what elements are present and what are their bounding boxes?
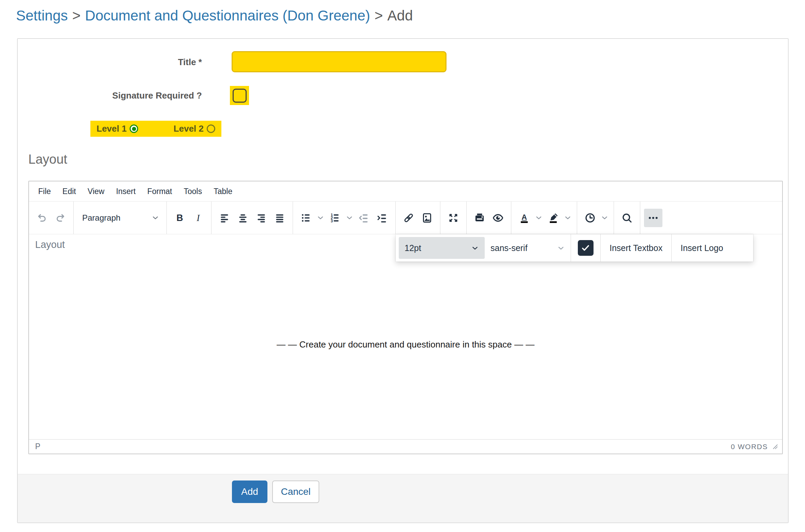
- breadcrumb-separator: >: [72, 8, 81, 24]
- level-2-option[interactable]: Level 2: [174, 123, 215, 134]
- signature-required-label: Signature Required ?: [18, 90, 202, 101]
- title-label: Title *: [18, 57, 202, 68]
- level-1-option[interactable]: Level 1: [97, 123, 138, 134]
- font-family-select[interactable]: sans-serif: [485, 237, 571, 259]
- editor-toolbar: ParagraphBI123A: [29, 201, 782, 234]
- toolbar-group: [396, 202, 440, 234]
- undo-button: [33, 209, 51, 227]
- level-2-radio[interactable]: [207, 124, 215, 133]
- more-button[interactable]: [644, 209, 662, 227]
- bold-button[interactable]: B: [171, 209, 189, 227]
- link-icon: [403, 212, 414, 224]
- italic-icon: I: [192, 212, 204, 224]
- search-button[interactable]: [618, 209, 636, 227]
- numbered-list-icon: 123: [329, 212, 341, 224]
- menu-tools[interactable]: Tools: [178, 186, 208, 197]
- align-justify-icon: [274, 212, 286, 224]
- numbered-list-button[interactable]: 123: [326, 209, 344, 227]
- chevron-down-icon: [471, 244, 479, 252]
- text-color-button[interactable]: A: [515, 209, 533, 227]
- add-document-form-card: Title * Signature Required ? Level 1 Lev…: [17, 38, 789, 523]
- word-count: 0 WORDS: [731, 443, 768, 451]
- svg-text:B: B: [176, 212, 183, 223]
- text-color-chevron[interactable]: [533, 209, 544, 227]
- menu-file[interactable]: File: [32, 186, 57, 197]
- menu-table[interactable]: Table: [208, 186, 238, 197]
- svg-text:I: I: [196, 212, 201, 223]
- insert-logo-button[interactable]: Insert Logo: [672, 237, 732, 259]
- bullet-list-button[interactable]: [297, 209, 315, 227]
- breadcrumb-link-documents[interactable]: Document and Questionnaires (Don Greene): [85, 8, 370, 24]
- add-button[interactable]: Add: [232, 481, 267, 503]
- rich-text-editor: FileEditViewInsertFormatToolsTable Parag…: [28, 181, 783, 454]
- align-center-button[interactable]: [234, 209, 252, 227]
- breadcrumb-current-add: Add: [387, 8, 413, 24]
- bullet-list-chevron[interactable]: [315, 209, 326, 227]
- toolbar-group: 123: [293, 202, 396, 234]
- breadcrumb: Settings>Document and Questionnaires (Do…: [16, 5, 413, 27]
- toolbar-group: [577, 202, 614, 234]
- paragraph-style-value: Paragraph: [82, 213, 120, 223]
- title-input[interactable]: [232, 51, 447, 72]
- menu-format[interactable]: Format: [142, 186, 178, 197]
- outdent-icon: [358, 212, 370, 224]
- print-icon: [474, 212, 485, 224]
- overflow-checkbox-checked[interactable]: [578, 240, 594, 256]
- more-icon: [647, 212, 659, 224]
- italic-button[interactable]: I: [189, 209, 207, 227]
- link-button[interactable]: [399, 209, 418, 227]
- toolbar-group: [614, 202, 640, 234]
- signature-checkbox-highlight: [230, 86, 249, 105]
- align-right-icon: [255, 212, 267, 224]
- cancel-button[interactable]: Cancel: [272, 481, 319, 503]
- indent-button[interactable]: [373, 209, 392, 227]
- highlight-color-chevron[interactable]: [562, 209, 573, 227]
- level-1-radio[interactable]: [130, 124, 138, 133]
- text-color-icon: A: [518, 212, 530, 224]
- level-selector: Level 1 Level 2: [90, 121, 221, 137]
- align-left-icon: [219, 212, 230, 224]
- svg-text:3: 3: [331, 219, 333, 223]
- toolbar-group: [440, 202, 467, 234]
- form-footer: Add Cancel: [18, 474, 788, 522]
- editor-placeholder-text: — — Create your document and questionnai…: [29, 339, 782, 350]
- numbered-list-chevron[interactable]: [344, 209, 355, 227]
- insert-textbox-button[interactable]: Insert Textbox: [601, 237, 671, 259]
- toolbar-overflow-panel: 12pt sans-serif Insert Textbox Insert Lo…: [396, 234, 753, 262]
- image-button[interactable]: [418, 209, 436, 227]
- resize-handle-icon[interactable]: [772, 443, 779, 450]
- overflow-checkbox-cell: [571, 240, 600, 256]
- toolbar-group: A: [511, 202, 577, 234]
- signature-checkbox[interactable]: [233, 89, 247, 103]
- highlight-color-button[interactable]: [544, 209, 562, 227]
- align-right-button[interactable]: [252, 209, 270, 227]
- check-icon: [581, 243, 591, 253]
- fullscreen-icon: [448, 212, 459, 224]
- align-center-icon: [237, 212, 249, 224]
- editor-statusbar: P 0 WORDS: [29, 439, 782, 454]
- align-left-button[interactable]: [215, 209, 234, 227]
- chevron-down-icon: [557, 244, 565, 252]
- align-justify-button[interactable]: [270, 209, 289, 227]
- paragraph-style-select[interactable]: Paragraph: [77, 209, 163, 227]
- insert-datetime-button[interactable]: [581, 209, 599, 227]
- menu-insert[interactable]: Insert: [110, 186, 142, 197]
- toolbar-group: BI: [167, 202, 211, 234]
- font-size-select[interactable]: 12pt: [399, 237, 485, 259]
- level-2-label: Level 2: [174, 123, 204, 134]
- print-button[interactable]: [470, 209, 489, 227]
- font-family-value: sans-serif: [491, 243, 527, 253]
- toolbar-group: [211, 202, 293, 234]
- editor-content-area[interactable]: Layout — — Create your document and ques…: [29, 234, 782, 439]
- image-icon: [421, 212, 433, 224]
- breadcrumb-link-settings[interactable]: Settings: [16, 8, 68, 24]
- fullscreen-button[interactable]: [444, 209, 463, 227]
- toolbar-group: Paragraph: [74, 202, 167, 234]
- insert-datetime-chevron[interactable]: [599, 209, 610, 227]
- element-path[interactable]: P: [35, 442, 40, 451]
- breadcrumb-separator: >: [375, 8, 383, 24]
- menu-view[interactable]: View: [82, 186, 110, 197]
- preview-button[interactable]: [489, 209, 507, 227]
- menu-edit[interactable]: Edit: [57, 186, 82, 197]
- chevron-down-icon: [151, 214, 159, 222]
